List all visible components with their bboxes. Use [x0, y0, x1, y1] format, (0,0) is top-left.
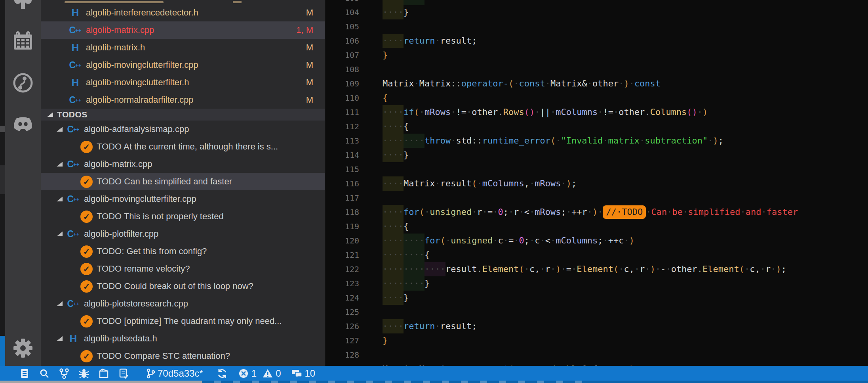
code-line[interactable]: 103········	[326, 0, 868, 5]
settings-gear-icon[interactable]	[13, 338, 33, 358]
todo-item-row[interactable]: ✓TODO: Get this from config?	[41, 243, 325, 260]
code-token: ·	[535, 107, 540, 117]
code-line[interactable]: 106····return·result;	[326, 34, 868, 48]
todo-item-row[interactable]: ✓TODO Could break out of this loop now?	[41, 278, 325, 295]
todo-tree-file-row[interactable]: C++algolib-plotstoresearch.cpp	[41, 295, 325, 312]
file-row[interactable]: C++algolib-matrix.cpp1, M	[41, 21, 325, 39]
code-line[interactable]: 105	[326, 19, 868, 34]
remote-server-icon[interactable]	[118, 368, 129, 379]
code-token: matrix	[608, 136, 640, 146]
discord-icon[interactable]	[13, 114, 33, 134]
todo-item-label: TODO Compare STC attenuation?	[97, 351, 230, 361]
cpp-file-icon: C++	[67, 229, 80, 239]
todo-tree-file-row[interactable]: C++algolib-plotfilter.cpp	[41, 225, 325, 243]
code-text: ········{	[383, 250, 430, 260]
code-token: mRows	[535, 178, 561, 188]
calendar-icon[interactable]	[13, 31, 33, 51]
code-token: ·	[529, 207, 535, 217]
code-line[interactable]: 122············result.Element(·c,·r·)·=·…	[326, 262, 868, 276]
sync-icon[interactable]	[217, 368, 228, 379]
code-token: ||	[540, 107, 550, 117]
todo-file-label: algolib-matrix.cpp	[84, 159, 152, 169]
code-line[interactable]: 120········for(·unsigned·c·=·0;·c·<·mCol…	[326, 234, 868, 248]
git-tree-icon[interactable]	[13, 0, 33, 11]
cpp-file-icon: C++	[69, 25, 82, 36]
code-line[interactable]: 114····}	[326, 148, 868, 162]
todo-item-row[interactable]: ✓TODO At the current time, although ther…	[41, 138, 325, 155]
file-row[interactable]: Halgolib-interferencedetector.hM	[41, 4, 325, 21]
file-row[interactable]: Halgolib-matrix.hM	[41, 39, 325, 56]
code-line[interactable]: 124····}	[326, 291, 868, 305]
code-line[interactable]: 115	[326, 162, 868, 176]
code-line[interactable]: 119····{	[326, 219, 868, 234]
code-token: ·	[540, 264, 545, 274]
line-number: 129	[326, 362, 359, 366]
file-row[interactable]: C++algolib-normalradarfilter.cppM	[41, 91, 325, 109]
code-token: ,	[755, 264, 760, 274]
source-control-icon[interactable]	[59, 368, 70, 379]
code-line[interactable]: 110{	[326, 91, 868, 105]
code-token: (	[613, 264, 619, 274]
code-token: ()	[524, 107, 535, 117]
file-row[interactable]: Halgolib-movingclutterfilter.hM	[41, 74, 325, 91]
code-line[interactable]: 126····return·result;	[326, 319, 868, 333]
code-line[interactable]: 128	[326, 348, 868, 362]
code-line[interactable]: 117	[326, 191, 868, 205]
code-token: ····	[383, 219, 404, 234]
git-branch-indicator[interactable]: 70d5a33c*	[145, 368, 203, 379]
code-line[interactable]: 123········}	[326, 276, 868, 291]
file-row[interactable]: C++algolib-movingclutterfilter.cppM	[41, 56, 325, 74]
gitlens-icon[interactable]	[13, 73, 33, 93]
code-token: ····	[383, 0, 404, 5]
todo-item-row[interactable]: ✓TODO [optimize] The quadrant may only n…	[41, 312, 325, 330]
todo-tree-file-row[interactable]: Halgolib-pulsedata.h	[41, 330, 325, 347]
code-token: }	[383, 335, 388, 345]
background-window-edge-bottom	[0, 381, 202, 383]
code-token: )	[556, 264, 561, 274]
code-line[interactable]: 109Matrix·Matrix::operator-(·const·Matri…	[326, 77, 868, 91]
todo-item-row[interactable]: ✓TODO Can be simplified and faster	[41, 173, 325, 190]
todo-item-row[interactable]: ✓TODO rename velocity?	[41, 260, 325, 278]
todo-check-icon: ✓	[80, 280, 93, 293]
bug-icon[interactable]	[78, 368, 89, 379]
todo-item-row[interactable]: ✓TODO Compare STC attenuation?	[41, 347, 325, 365]
search-icon[interactable]	[39, 368, 50, 379]
code-token: ····	[404, 234, 424, 248]
todo-item-row[interactable]: ✓TODO This is not properly tested	[41, 208, 325, 225]
code-editor[interactable]: 103········104····}105106····return·resu…	[326, 0, 868, 366]
code-token: unsigned	[451, 236, 493, 245]
package-icon[interactable]	[98, 368, 109, 379]
code-line[interactable]: 107}	[326, 48, 868, 62]
document-icon[interactable]	[19, 368, 30, 379]
line-number: 126	[326, 319, 359, 333]
code-line[interactable]: 116····Matrix·result(·mColumns,·mRows·);	[326, 176, 868, 191]
warnings-indicator[interactable]: 0	[262, 368, 281, 379]
code-line[interactable]: 127}	[326, 333, 868, 348]
code-token: ····	[383, 319, 404, 333]
todos-section-header[interactable]: TODOS	[41, 109, 325, 121]
code-line[interactable]: 111····if(·mRows·!=·other.Rows()·||·mCol…	[326, 105, 868, 119]
todo-tree-file-row[interactable]: C++algolib-matrix.cpp	[41, 155, 325, 173]
todo-tree-file-row[interactable]: C++algolib-movingclutterfilter.cpp	[41, 190, 325, 208]
todo-tree-file-row[interactable]: C++algolib-adfanalysismap.cpp	[41, 121, 325, 138]
code-token: result	[440, 178, 472, 188]
errors-indicator[interactable]: 1	[238, 368, 257, 379]
code-line[interactable]: 112····{	[326, 119, 868, 134]
code-token: Element	[577, 264, 613, 274]
todo-check-icon: ✓	[80, 263, 93, 275]
code-line[interactable]: 104····}	[326, 5, 868, 19]
code-line[interactable]: 125	[326, 305, 868, 319]
commit-hash-label: 70d5a33c*	[158, 368, 203, 379]
code-line[interactable]: 121········{	[326, 248, 868, 262]
comments-indicator[interactable]: 10	[291, 368, 316, 379]
code-line[interactable]: 118····for(·unsigned·r·=·0;·r·<·mRows;·+…	[326, 205, 868, 219]
line-number: 103	[326, 0, 359, 5]
code-line[interactable]: 113········throw·std::runtime_error(·"In…	[326, 134, 868, 148]
code-token: ,	[629, 264, 634, 274]
code-line[interactable]: 108	[326, 62, 868, 77]
code-token: ;	[472, 36, 477, 46]
code-line[interactable]: 129Matrix·Matrix::operator*(·const·doubl…	[326, 362, 868, 366]
code-token: .	[477, 264, 482, 274]
code-token: "Invalid	[561, 136, 603, 146]
code-text: ····return·result;	[383, 321, 477, 331]
